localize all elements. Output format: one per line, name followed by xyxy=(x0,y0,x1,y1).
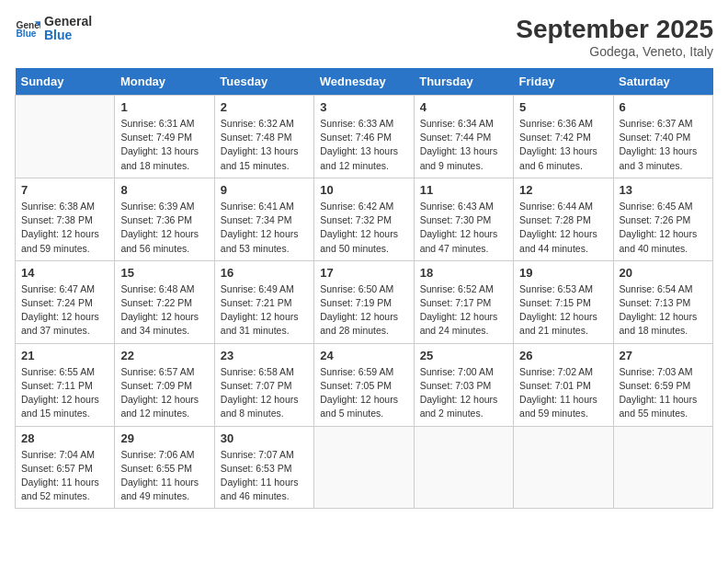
page-header: General Blue General Blue September 2025… xyxy=(15,15,713,59)
logo-icon: General Blue xyxy=(15,16,40,41)
calendar-cell: 25Sunrise: 7:00 AMSunset: 7:03 PMDayligh… xyxy=(414,343,513,426)
day-number: 13 xyxy=(620,183,707,197)
day-number: 10 xyxy=(320,183,407,197)
day-info: Sunrise: 6:53 AMSunset: 7:15 PMDaylight:… xyxy=(519,282,607,339)
day-info: Sunrise: 6:47 AMSunset: 7:24 PMDaylight:… xyxy=(21,282,108,339)
col-header-saturday: Saturday xyxy=(613,68,712,96)
calendar-cell: 28Sunrise: 7:04 AMSunset: 6:57 PMDayligh… xyxy=(16,426,115,509)
day-number: 18 xyxy=(420,266,507,280)
calendar-week-4: 28Sunrise: 7:04 AMSunset: 6:57 PMDayligh… xyxy=(16,426,713,509)
day-number: 3 xyxy=(320,100,407,114)
day-info: Sunrise: 6:34 AMSunset: 7:44 PMDaylight:… xyxy=(420,117,507,173)
calendar-cell: 23Sunrise: 6:58 AMSunset: 7:07 PMDayligh… xyxy=(214,343,313,426)
day-number: 14 xyxy=(21,266,108,280)
calendar-cell: 9Sunrise: 6:41 AMSunset: 7:34 PMDaylight… xyxy=(214,178,313,260)
col-header-friday: Friday xyxy=(514,68,613,96)
logo-line2: Blue xyxy=(44,29,92,42)
day-info: Sunrise: 7:00 AMSunset: 7:03 PMDaylight:… xyxy=(420,365,507,421)
calendar-cell: 10Sunrise: 6:42 AMSunset: 7:32 PMDayligh… xyxy=(314,178,414,260)
day-info: Sunrise: 7:03 AMSunset: 6:59 PMDaylight:… xyxy=(620,365,707,421)
calendar-cell: 12Sunrise: 6:44 AMSunset: 7:28 PMDayligh… xyxy=(514,178,613,260)
calendar-cell: 11Sunrise: 6:43 AMSunset: 7:30 PMDayligh… xyxy=(414,178,513,260)
calendar-cell: 26Sunrise: 7:02 AMSunset: 7:01 PMDayligh… xyxy=(514,343,613,426)
day-info: Sunrise: 6:49 AMSunset: 7:21 PMDaylight:… xyxy=(221,282,308,339)
day-info: Sunrise: 7:06 AMSunset: 6:55 PMDaylight:… xyxy=(120,448,208,504)
calendar-body: 1Sunrise: 6:31 AMSunset: 7:49 PMDaylight… xyxy=(16,96,713,509)
col-header-monday: Monday xyxy=(115,68,214,96)
calendar-cell: 4Sunrise: 6:34 AMSunset: 7:44 PMDaylight… xyxy=(414,96,513,178)
day-number: 8 xyxy=(120,183,208,197)
day-info: Sunrise: 7:04 AMSunset: 6:57 PMDaylight:… xyxy=(21,448,108,504)
calendar-cell: 14Sunrise: 6:47 AMSunset: 7:24 PMDayligh… xyxy=(16,260,115,343)
day-number: 20 xyxy=(620,266,707,280)
day-number: 25 xyxy=(420,349,507,362)
calendar-cell: 24Sunrise: 6:59 AMSunset: 7:05 PMDayligh… xyxy=(314,343,414,426)
col-header-tuesday: Tuesday xyxy=(214,68,313,96)
day-number: 16 xyxy=(221,266,308,280)
day-number: 23 xyxy=(221,349,308,362)
day-number: 9 xyxy=(221,183,308,197)
calendar-cell: 18Sunrise: 6:52 AMSunset: 7:17 PMDayligh… xyxy=(414,260,513,343)
calendar-cell: 7Sunrise: 6:38 AMSunset: 7:38 PMDaylight… xyxy=(16,178,115,260)
calendar-cell xyxy=(414,426,513,509)
calendar-week-3: 21Sunrise: 6:55 AMSunset: 7:11 PMDayligh… xyxy=(16,343,713,426)
calendar-table: SundayMondayTuesdayWednesdayThursdayFrid… xyxy=(15,68,713,509)
calendar-cell xyxy=(16,96,115,178)
day-info: Sunrise: 6:39 AMSunset: 7:36 PMDaylight:… xyxy=(120,200,208,256)
day-number: 7 xyxy=(21,183,108,197)
day-info: Sunrise: 6:32 AMSunset: 7:48 PMDaylight:… xyxy=(221,117,308,173)
calendar-cell: 1Sunrise: 6:31 AMSunset: 7:49 PMDaylight… xyxy=(115,96,214,178)
day-info: Sunrise: 6:59 AMSunset: 7:05 PMDaylight:… xyxy=(320,365,407,421)
day-info: Sunrise: 6:50 AMSunset: 7:19 PMDaylight:… xyxy=(320,282,407,339)
day-number: 1 xyxy=(120,100,208,114)
col-header-wednesday: Wednesday xyxy=(314,68,414,96)
calendar-cell: 15Sunrise: 6:48 AMSunset: 7:22 PMDayligh… xyxy=(115,260,214,343)
calendar-cell: 21Sunrise: 6:55 AMSunset: 7:11 PMDayligh… xyxy=(16,343,115,426)
day-number: 17 xyxy=(320,266,407,280)
day-info: Sunrise: 6:57 AMSunset: 7:09 PMDaylight:… xyxy=(120,365,208,421)
day-number: 2 xyxy=(221,100,308,114)
calendar-week-1: 7Sunrise: 6:38 AMSunset: 7:38 PMDaylight… xyxy=(16,178,713,260)
calendar-cell xyxy=(514,426,613,509)
month-title: September 2025 xyxy=(516,15,713,44)
day-number: 29 xyxy=(120,431,208,445)
day-number: 19 xyxy=(519,266,607,280)
calendar-cell: 19Sunrise: 6:53 AMSunset: 7:15 PMDayligh… xyxy=(514,260,613,343)
col-header-sunday: Sunday xyxy=(16,68,115,96)
calendar-cell: 27Sunrise: 7:03 AMSunset: 6:59 PMDayligh… xyxy=(613,343,712,426)
svg-text:Blue: Blue xyxy=(17,29,37,40)
calendar-cell: 29Sunrise: 7:06 AMSunset: 6:55 PMDayligh… xyxy=(115,426,214,509)
day-info: Sunrise: 6:41 AMSunset: 7:34 PMDaylight:… xyxy=(221,200,308,256)
calendar-week-2: 14Sunrise: 6:47 AMSunset: 7:24 PMDayligh… xyxy=(16,260,713,343)
title-block: September 2025 Godega, Veneto, Italy xyxy=(516,15,713,59)
day-info: Sunrise: 6:36 AMSunset: 7:42 PMDaylight:… xyxy=(519,117,607,173)
day-number: 15 xyxy=(120,266,208,280)
day-number: 30 xyxy=(221,431,308,445)
calendar-cell xyxy=(314,426,414,509)
day-number: 21 xyxy=(21,349,108,362)
calendar-cell: 5Sunrise: 6:36 AMSunset: 7:42 PMDaylight… xyxy=(514,96,613,178)
day-number: 5 xyxy=(519,100,607,114)
day-info: Sunrise: 6:42 AMSunset: 7:32 PMDaylight:… xyxy=(320,200,407,256)
day-number: 24 xyxy=(320,349,407,362)
calendar-cell: 8Sunrise: 6:39 AMSunset: 7:36 PMDaylight… xyxy=(115,178,214,260)
calendar-cell: 22Sunrise: 6:57 AMSunset: 7:09 PMDayligh… xyxy=(115,343,214,426)
day-info: Sunrise: 6:37 AMSunset: 7:40 PMDaylight:… xyxy=(620,117,707,173)
location-subtitle: Godega, Veneto, Italy xyxy=(516,44,713,59)
day-info: Sunrise: 6:33 AMSunset: 7:46 PMDaylight:… xyxy=(320,117,407,173)
day-number: 26 xyxy=(519,349,607,362)
day-info: Sunrise: 6:55 AMSunset: 7:11 PMDaylight:… xyxy=(21,365,108,421)
logo-line1: General xyxy=(44,15,92,29)
day-info: Sunrise: 6:52 AMSunset: 7:17 PMDaylight:… xyxy=(420,282,507,339)
day-info: Sunrise: 7:02 AMSunset: 7:01 PMDaylight:… xyxy=(519,365,607,421)
calendar-cell: 2Sunrise: 6:32 AMSunset: 7:48 PMDaylight… xyxy=(214,96,313,178)
day-info: Sunrise: 6:43 AMSunset: 7:30 PMDaylight:… xyxy=(420,200,507,256)
calendar-week-0: 1Sunrise: 6:31 AMSunset: 7:49 PMDaylight… xyxy=(16,96,713,178)
day-info: Sunrise: 6:38 AMSunset: 7:38 PMDaylight:… xyxy=(21,200,108,256)
calendar-cell: 16Sunrise: 6:49 AMSunset: 7:21 PMDayligh… xyxy=(214,260,313,343)
day-info: Sunrise: 6:58 AMSunset: 7:07 PMDaylight:… xyxy=(221,365,308,421)
calendar-cell: 3Sunrise: 6:33 AMSunset: 7:46 PMDaylight… xyxy=(314,96,414,178)
calendar-cell: 30Sunrise: 7:07 AMSunset: 6:53 PMDayligh… xyxy=(214,426,313,509)
day-info: Sunrise: 6:31 AMSunset: 7:49 PMDaylight:… xyxy=(120,117,208,173)
day-info: Sunrise: 7:07 AMSunset: 6:53 PMDaylight:… xyxy=(221,448,308,504)
